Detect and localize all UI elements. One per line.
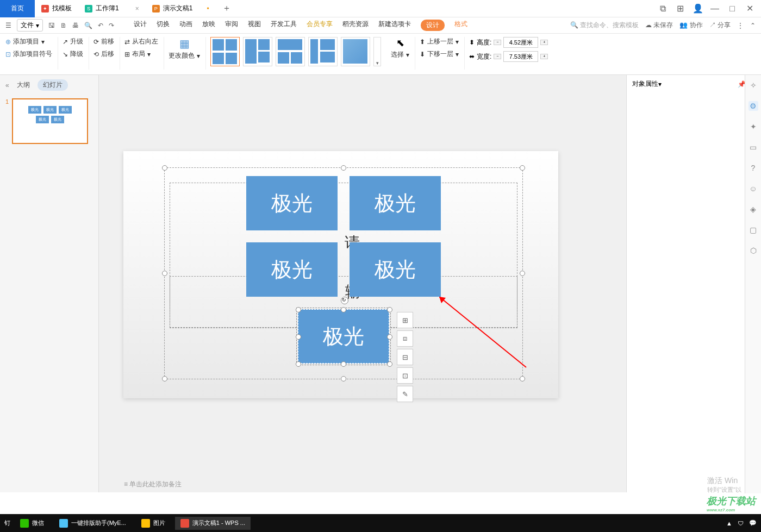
handle[interactable] <box>520 271 525 276</box>
preset-more-button[interactable]: ▾ <box>373 37 381 66</box>
shape-2[interactable]: 极光 <box>350 176 441 230</box>
menu-icon[interactable]: ☰ <box>5 22 11 29</box>
close-button[interactable]: ✕ <box>745 3 754 14</box>
backward-button[interactable]: ⟲后移 <box>93 49 114 59</box>
tab-animation[interactable]: 动画 <box>179 20 192 31</box>
tab-template[interactable]: ✦ 找模板 <box>35 0 78 17</box>
width-minus[interactable]: − <box>494 54 501 59</box>
tab-presentation[interactable]: P 演示文稿1 <box>146 0 216 17</box>
dock-service-icon[interactable]: ☺ <box>748 184 758 193</box>
handle[interactable] <box>387 361 392 367</box>
more-icon[interactable]: ⋮ <box>737 22 744 29</box>
tab-member[interactable]: 会员专享 <box>307 20 333 31</box>
eyedropper-icon[interactable]: ✎ <box>397 386 413 402</box>
shape-1[interactable]: 极光 <box>246 176 338 230</box>
avatar-icon[interactable]: 👤 <box>693 3 702 14</box>
shape-5-selected[interactable]: 极光 <box>298 309 389 364</box>
collab-button[interactable]: 👥 协作 <box>679 21 702 30</box>
redo-icon[interactable]: ↷ <box>109 22 114 29</box>
collapse-icon[interactable]: « <box>5 82 9 89</box>
task-wechat[interactable]: 微信 <box>15 517 49 530</box>
search-input[interactable]: 🔍 查找命令、搜索模板 <box>570 21 639 30</box>
dock-cube-icon[interactable]: ⬡ <box>748 246 758 255</box>
tab-view[interactable]: 视图 <box>248 20 261 31</box>
forward-button[interactable]: ⟳前移 <box>93 37 114 46</box>
notes-placeholder[interactable]: ≡ 单击此处添加备注 <box>124 480 182 489</box>
preset-sidebar[interactable] <box>308 37 338 66</box>
handle[interactable] <box>296 307 301 312</box>
rtl-button[interactable]: ⇄从右向左 <box>124 37 158 46</box>
move-down-button[interactable]: ⬇下移一层 ▾ <box>420 49 459 59</box>
change-color-button[interactable]: 更改颜色 ▾ <box>169 51 200 60</box>
tab-format[interactable]: 格式 <box>454 20 467 31</box>
handle[interactable] <box>296 334 301 340</box>
handle[interactable] <box>341 307 346 312</box>
handle[interactable] <box>162 271 167 276</box>
save-icon[interactable]: 🖫 <box>48 22 55 29</box>
dock-present-icon[interactable]: ▭ <box>748 142 758 152</box>
taskbar-pin[interactable]: 钉 <box>4 519 10 527</box>
slide-thumb-1[interactable]: 1 极光 极光 极光 极光 极光 <box>0 95 98 147</box>
handle[interactable] <box>341 361 346 367</box>
tab-slideshow[interactable]: 放映 <box>202 20 215 31</box>
width-input[interactable] <box>503 51 538 62</box>
handle[interactable] <box>341 165 346 171</box>
tray-shield-icon[interactable]: 🛡 <box>738 520 744 527</box>
downgrade-button[interactable]: ↘降级 <box>63 49 83 59</box>
dock-diamond-icon[interactable]: ◈ <box>748 204 758 214</box>
handle[interactable] <box>296 361 301 367</box>
tab-home[interactable]: 首页 <box>0 0 35 17</box>
tab-developer[interactable]: 开发工具 <box>271 20 297 31</box>
dock-slideshow-icon[interactable]: ▢ <box>748 225 758 235</box>
smartart-layout-icon[interactable]: ⊞ <box>397 312 413 328</box>
undo-icon[interactable]: ↶ <box>98 22 103 29</box>
layout-button[interactable]: ⊞布局 ▾ <box>124 49 158 59</box>
move-up-button[interactable]: ⬆上移一层 ▾ <box>420 37 459 46</box>
preset-single[interactable] <box>341 37 370 66</box>
handle[interactable] <box>162 376 167 381</box>
dock-settings-icon[interactable]: ⚙ <box>748 101 758 111</box>
task-folder[interactable]: 图片 <box>136 517 171 530</box>
tab-design-static[interactable]: 设计 <box>134 20 147 31</box>
add-item-button[interactable]: ⊕添加项目 ▾ <box>5 37 52 46</box>
preset-left-large[interactable] <box>243 37 272 66</box>
smartart-org-icon[interactable]: ⊟ <box>397 349 413 365</box>
handle[interactable] <box>520 376 525 381</box>
add-symbol-button[interactable]: ⊡添加项目符号 <box>5 49 52 59</box>
tab-workbook[interactable]: S 工作簿1 × <box>78 0 146 17</box>
preset-top-large[interactable] <box>276 37 305 66</box>
minimize-button[interactable]: — <box>710 4 720 14</box>
tab-add-button[interactable]: ＋ <box>216 3 238 14</box>
share-button[interactable]: ↗ 分享 <box>709 21 731 30</box>
handle[interactable] <box>387 334 392 340</box>
tab-transition[interactable]: 切换 <box>157 20 170 31</box>
width-plus[interactable]: + <box>540 54 548 59</box>
handle[interactable] <box>387 307 392 312</box>
unsaved-button[interactable]: ☁ 未保存 <box>645 21 673 30</box>
chevron-up-icon[interactable]: ⌃ <box>750 22 756 29</box>
height-input[interactable] <box>503 37 538 48</box>
shape-3[interactable]: 极光 <box>246 242 338 297</box>
tray-up-icon[interactable]: ▲ <box>726 520 732 527</box>
handle[interactable] <box>162 165 167 171</box>
select-button[interactable]: 选择 ▾ <box>391 50 409 59</box>
tab-resources[interactable]: 稻壳资源 <box>342 20 369 31</box>
tab-review[interactable]: 审阅 <box>225 20 238 31</box>
task-wps[interactable]: 演示文稿1 - WPS ... <box>175 517 251 530</box>
shape-4[interactable]: 极光 <box>350 242 441 297</box>
task-helper[interactable]: 一键排版助手(MyE... <box>54 517 132 530</box>
tray-notify-icon[interactable]: 💬 <box>749 520 757 527</box>
close-icon[interactable]: × <box>135 5 139 12</box>
tab-design-active[interactable]: 设计 <box>421 20 445 31</box>
handle[interactable] <box>520 165 525 171</box>
height-minus[interactable]: − <box>494 40 501 45</box>
handle[interactable] <box>341 376 346 381</box>
preview-icon[interactable]: 🔍 <box>84 22 92 29</box>
preset-grid[interactable] <box>210 37 240 66</box>
canvas-area[interactable]: 请 输 极光 极光 极光 极光 极光 ⊞ ⧈ ⊟ ⊡ ✎ ＋ ≡ 单击此处添加 <box>99 75 626 492</box>
device-icon[interactable]: ⧉ <box>658 4 668 14</box>
height-plus[interactable]: + <box>540 40 548 45</box>
new-icon[interactable]: 🗎 <box>60 22 67 29</box>
dock-ai-icon[interactable]: ✧ <box>748 80 758 90</box>
maximize-button[interactable]: □ <box>727 4 737 14</box>
